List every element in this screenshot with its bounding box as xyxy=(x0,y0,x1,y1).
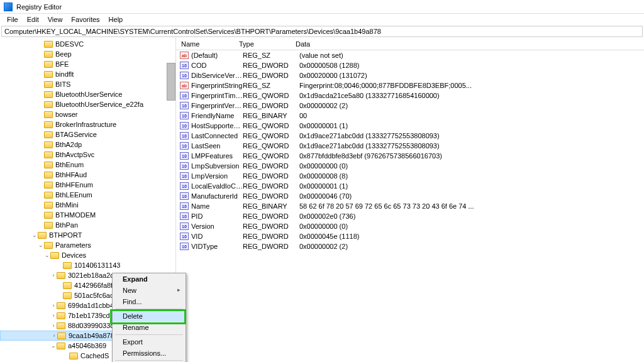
table-row[interactable]: ab(Default)REG_SZ(value not set) xyxy=(176,50,644,60)
table-row[interactable]: 10LMPFeaturesREG_QWORD0x877bfddbfe8d3ebf… xyxy=(176,151,644,161)
tree-item[interactable]: BTHPORT xyxy=(0,230,175,240)
values-pane[interactable]: Name Type Data ab(Default)REG_SZ(value n… xyxy=(176,38,644,362)
tree-item[interactable]: BthMini xyxy=(0,200,175,210)
tree-item[interactable]: bowser xyxy=(0,109,175,119)
table-row[interactable]: 10FingerprintVersionREG_DWORD0x00000002 … xyxy=(176,101,644,111)
dword-value-icon: 10 xyxy=(180,172,189,180)
value-data: 0x0000045e (1118) xyxy=(299,233,644,240)
folder-icon xyxy=(44,91,53,98)
chevron-down-icon[interactable] xyxy=(31,232,38,238)
chevron-right-icon[interactable] xyxy=(50,302,57,309)
tree-item[interactable]: BthHFEnum xyxy=(0,180,175,190)
ctx-expand[interactable]: Expand xyxy=(113,273,186,285)
menu-file[interactable]: File xyxy=(3,14,23,25)
tree-item[interactable]: BrokerInfrastructure xyxy=(0,119,175,129)
folder-icon xyxy=(44,71,53,78)
folder-icon xyxy=(44,81,53,88)
table-row[interactable]: 10DibServiceVersionREG_DWORD0x00020000 (… xyxy=(176,70,644,80)
ctx-new[interactable]: New xyxy=(113,285,186,296)
table-row[interactable]: 10LastConnectedREG_QWORD0x1d9ace271abc0d… xyxy=(176,131,644,141)
table-row[interactable]: 10VersionREG_DWORD0x00000000 (0) xyxy=(176,221,644,231)
chevron-right-icon[interactable] xyxy=(50,272,57,278)
menu-favorites[interactable]: Favorites xyxy=(67,14,104,25)
tree-item[interactable]: BthEnum xyxy=(0,160,175,170)
tree-item[interactable]: 101406131143 xyxy=(0,260,175,270)
tree-item-label: a45046b369 xyxy=(68,342,106,349)
col-name[interactable]: Name xyxy=(176,40,239,48)
col-data[interactable]: Data xyxy=(296,40,644,48)
table-row[interactable]: 10HostSupportedF...REG_QWORD0x00000001 (… xyxy=(176,121,644,131)
tree-item-label: 7b1eb1739cdf xyxy=(68,312,112,319)
tree-item-label: 4142966fa8fb xyxy=(74,282,116,289)
table-row[interactable]: 10LmpVersionREG_DWORD0x00000008 (8) xyxy=(176,171,644,181)
dword-value-icon: 10 xyxy=(180,182,189,190)
tree-item[interactable]: BluetoothUserService_e22fa xyxy=(0,99,175,109)
tree-item[interactable]: BTAGService xyxy=(0,129,175,140)
tree-item[interactable]: bindflt xyxy=(0,69,175,79)
table-row[interactable]: abFingerprintStringREG_SZFingerprint:08;… xyxy=(176,80,644,90)
menu-view[interactable]: View xyxy=(43,14,67,25)
tree-item[interactable]: BthAvctpSvc xyxy=(0,150,175,160)
tree-item[interactable]: BFE xyxy=(0,59,175,69)
tree-item[interactable]: BthA2dp xyxy=(0,140,175,150)
tree-item[interactable]: Devices xyxy=(0,250,175,260)
chevron-right-icon[interactable] xyxy=(51,332,57,339)
table-row[interactable]: 10PIDREG_DWORD0x000002e0 (736) xyxy=(176,211,644,221)
chevron-right-icon[interactable] xyxy=(50,322,57,329)
table-row[interactable]: 10NameREG_BINARY58 62 6f 78 20 57 69 72 … xyxy=(176,201,644,211)
chevron-down-icon[interactable] xyxy=(44,252,50,258)
chevron-down-icon[interactable] xyxy=(38,242,44,248)
chevron-down-icon[interactable] xyxy=(50,343,57,349)
tree-item[interactable]: BthHFAud xyxy=(0,170,175,180)
table-row[interactable]: 10VIDTypeREG_DWORD0x00000002 (2) xyxy=(176,241,644,251)
value-type: REG_QWORD xyxy=(243,122,299,129)
value-name: VID xyxy=(191,233,243,240)
folder-icon xyxy=(50,252,59,259)
ctx-permissions[interactable]: Permissions... xyxy=(113,348,186,359)
folder-icon xyxy=(57,272,65,279)
table-row[interactable]: 10ManufacturerIdREG_DWORD0x00000046 (70) xyxy=(176,191,644,201)
tree-item[interactable]: BluetoothUserService xyxy=(0,89,175,99)
ctx-delete[interactable]: Delete xyxy=(113,310,186,322)
menubar: File Edit View Favorites Help xyxy=(0,14,644,25)
dword-value-icon: 10 xyxy=(180,122,189,129)
table-row[interactable]: 10FriendlyNameREG_BINARY00 xyxy=(176,111,644,121)
value-data: 0x00000002 (2) xyxy=(299,102,644,109)
menu-edit[interactable]: Edit xyxy=(23,14,43,25)
ctx-rename[interactable]: Rename xyxy=(113,322,186,333)
tree-item[interactable]: BDESVC xyxy=(0,39,175,49)
table-row[interactable]: 10CODREG_DWORD0x00000508 (1288) xyxy=(176,60,644,70)
menu-help[interactable]: Help xyxy=(104,14,128,25)
tree-item[interactable]: BthLEEnum xyxy=(0,190,175,200)
ctx-export[interactable]: Export xyxy=(113,336,186,348)
folder-icon xyxy=(57,343,65,349)
scrollbar-thumb[interactable] xyxy=(167,63,175,101)
value-name: LastConnected xyxy=(191,132,243,140)
table-row[interactable]: 10FingerprintTime...REG_QWORD0x1d9acda21… xyxy=(176,90,644,101)
table-row[interactable]: 10LmpSubversionREG_DWORD0x00000000 (0) xyxy=(176,161,644,171)
table-row[interactable]: 10VIDREG_DWORD0x0000045e (1118) xyxy=(176,231,644,241)
dword-value-icon: 10 xyxy=(180,243,189,250)
folder-icon xyxy=(44,242,53,249)
folder-icon xyxy=(63,262,72,269)
tree-item-label: BluetoothUserService xyxy=(55,90,122,98)
folder-icon xyxy=(44,222,53,229)
value-data: 0x1d9ace271abc0dd (133327752553808093) xyxy=(299,132,644,140)
table-row[interactable]: 10LastSeenREG_QWORD0x1d9ace271abc0dd (13… xyxy=(176,141,644,151)
tree-item[interactable]: Beep xyxy=(0,49,175,59)
table-row[interactable]: 10LocalEvaldIoCapREG_DWORD0x00000001 (1) xyxy=(176,181,644,191)
tree-item[interactable]: BITS xyxy=(0,79,175,89)
col-type[interactable]: Type xyxy=(239,40,296,48)
dword-value-icon: 10 xyxy=(180,233,189,240)
value-data: 0x00000000 (0) xyxy=(299,222,644,230)
tree-item[interactable]: BTHMODEM xyxy=(0,210,175,220)
window-title: Registry Editor xyxy=(16,3,62,11)
tree-item[interactable]: Parameters xyxy=(0,240,175,250)
value-data: 0x00000508 (1288) xyxy=(299,62,644,69)
chevron-right-icon[interactable] xyxy=(50,312,57,319)
value-name: LMPFeatures xyxy=(191,152,243,160)
ctx-find[interactable]: Find... xyxy=(113,296,186,307)
tree-item-label: BFE xyxy=(55,60,69,68)
address-bar[interactable]: Computer\HKEY_LOCAL_MACHINE\SYSTEM\Curre… xyxy=(1,26,643,37)
tree-item[interactable]: BthPan xyxy=(0,220,175,230)
